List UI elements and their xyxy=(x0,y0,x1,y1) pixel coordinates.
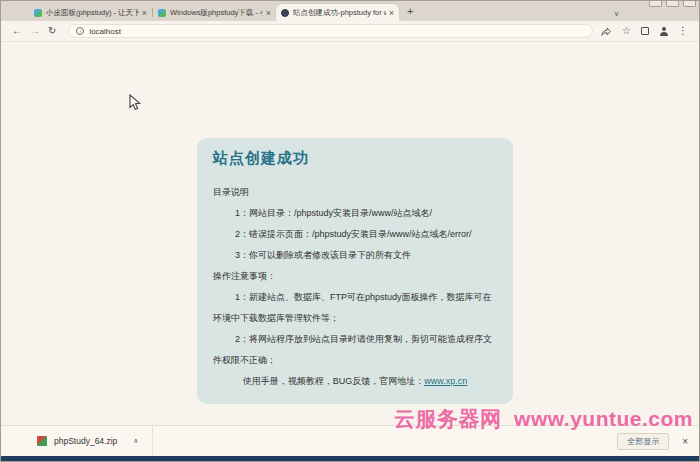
mouse-cursor xyxy=(129,94,141,112)
tab-strip: 小皮面板(phpstudy) - 让天下没 × Windows版phpstudy… xyxy=(1,1,699,21)
dir-item: 3：你可以删除或者修改该目录下的所有文件 xyxy=(213,245,497,266)
close-download-bar-icon[interactable]: × xyxy=(682,436,688,447)
tab-close-icon[interactable]: × xyxy=(266,8,271,18)
maximize-button[interactable] xyxy=(666,1,679,7)
download-menu-caret-icon[interactable]: ∧ xyxy=(133,437,138,445)
tab-title: 站点创建成功-phpstudy for wi xyxy=(293,8,386,18)
share-icon[interactable] xyxy=(601,26,612,37)
profile-avatar-icon[interactable] xyxy=(659,27,668,36)
show-all-downloads-button[interactable]: 全部显示 xyxy=(617,433,669,450)
window-bottom-edge xyxy=(1,456,699,461)
dir-item: 2：错误提示页面：/phpstudy安装目录/www/站点域名/error/ xyxy=(213,224,497,245)
site-info-icon[interactable]: i xyxy=(76,27,84,35)
dir-section-label: 目录说明 xyxy=(213,182,497,203)
window-controls xyxy=(649,1,696,7)
tab-phpstudy-home[interactable]: 小皮面板(phpstudy) - 让天下没 × xyxy=(29,4,152,21)
tab-search-chevron-icon[interactable]: ∨ xyxy=(614,10,619,18)
card-footer: 使用手册，视频教程，BUG反馈，官网地址：www.xp.cn xyxy=(213,371,497,392)
menu-kebab-icon[interactable]: ⋮ xyxy=(678,26,688,36)
tab-phpstudy-download[interactable]: Windows版phpstudy下载 - 小皮 × xyxy=(153,4,276,21)
site-created-card: 站点创建成功 目录说明 1：网站目录：/phpstudy安装目录/www/站点域… xyxy=(197,138,513,404)
back-icon[interactable]: ← xyxy=(12,26,22,36)
browser-toolbar: ← → ↻ i localhost ☆ ⋮ xyxy=(1,21,699,41)
tab-site-created-active[interactable]: 站点创建成功-phpstudy for wi × xyxy=(276,4,399,21)
forward-icon[interactable]: → xyxy=(30,26,40,36)
tab-title: 小皮面板(phpstudy) - 让天下没 xyxy=(46,8,139,18)
tab-close-icon[interactable]: × xyxy=(389,8,394,18)
tab-title: Windows版phpstudy下载 - 小皮 xyxy=(170,8,263,18)
card-title: 站点创建成功 xyxy=(213,149,497,168)
address-bar[interactable]: i localhost xyxy=(68,24,593,38)
download-separator xyxy=(152,426,153,456)
download-file-name: phpStudy_64.zip xyxy=(54,436,117,446)
side-panel-icon[interactable] xyxy=(641,27,649,35)
phpstudy-favicon-icon xyxy=(34,9,42,17)
page-viewport: 站点创建成功 目录说明 1：网站目录：/phpstudy安装目录/www/站点域… xyxy=(1,41,699,426)
notes-item: 1：新建站点、数据库、FTP可在phpstudy面板操作，数据库可在环境中下载数… xyxy=(213,287,497,329)
zip-file-icon xyxy=(37,436,47,446)
yuntue-watermark: 云服务器网 www.yuntue.com xyxy=(394,405,693,433)
minimize-button[interactable] xyxy=(649,1,662,7)
footer-text: 使用手册，视频教程，BUG反馈，官网地址： xyxy=(243,376,425,386)
close-window-button[interactable] xyxy=(683,1,696,7)
download-item[interactable]: phpStudy_64.zip ∧ xyxy=(1,426,152,456)
bookmark-star-icon[interactable]: ☆ xyxy=(622,26,631,36)
globe-favicon-icon xyxy=(281,9,289,17)
new-tab-button[interactable]: + xyxy=(407,5,413,17)
tab-close-icon[interactable]: × xyxy=(142,8,147,18)
official-site-link[interactable]: www.xp.cn xyxy=(424,376,467,386)
url-text: localhost xyxy=(89,27,121,36)
toolbar-right-icons: ☆ ⋮ xyxy=(601,26,692,37)
reload-icon[interactable]: ↻ xyxy=(48,26,56,36)
dir-item: 1：网站目录：/phpstudy安装目录/www/站点域名/ xyxy=(213,203,497,224)
notes-item: 2：将网站程序放到站点目录时请使用复制，剪切可能造成程序文件权限不正确； xyxy=(213,329,497,371)
notes-section-label: 操作注意事项： xyxy=(213,266,497,287)
browser-window: 小皮面板(phpstudy) - 让天下没 × Windows版phpstudy… xyxy=(0,0,700,462)
phpstudy-favicon-icon xyxy=(158,9,166,17)
